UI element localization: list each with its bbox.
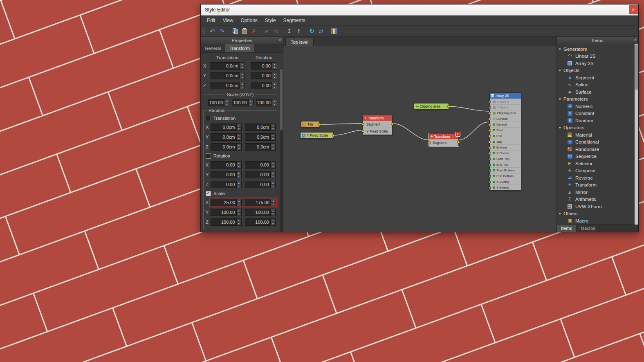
spinner-up-icon[interactable] [237,219,241,223]
collapse-arrow-icon[interactable] [559,68,563,72]
window-titlebar[interactable]: Style Editor × [201,4,638,16]
spinner-down-icon[interactable] [237,137,241,141]
item-randomize[interactable]: Randomize [557,146,634,153]
random-scale-y-max-field[interactable]: 100.00 [245,209,276,216]
item-uvw-xform[interactable]: UVW XForm [557,203,634,210]
random-scale-x-max-field[interactable]: 175.00 [245,199,276,206]
input-port[interactable] [488,163,491,166]
spinner-up-icon[interactable] [272,82,277,86]
rotation-checkbox[interactable] [206,153,211,159]
random-rotation-y-max-field[interactable]: 0.00 [245,171,276,178]
node-transform-2[interactable]: Transform Segment ✗ [429,133,459,146]
tab-macros[interactable]: Macros [577,225,600,232]
spinner-up-icon[interactable] [249,99,253,103]
random-translation-x-max-field[interactable]: 0.0cm [245,124,276,131]
input-port[interactable] [488,146,491,149]
spinner-up-icon[interactable] [271,209,275,213]
node-graph-canvas[interactable]: Tile Y Fixed Scale Transform [283,46,556,232]
tab-items[interactable]: Items [557,225,577,232]
random-translation-y-max-field[interactable]: 0.0cm [245,133,276,141]
output-port[interactable] [457,141,460,144]
item-surface[interactable]: Surface [557,88,634,96]
spinner-up-icon[interactable] [272,63,277,66]
spinner-up-icon[interactable] [237,209,241,213]
spinner-up-icon[interactable] [237,181,241,185]
translation-checkbox[interactable] [206,116,211,121]
properties-scrollbar[interactable] [280,68,283,232]
panel-close-icon[interactable]: × [279,37,281,42]
scale-y-field[interactable]: 100.00 [232,99,253,106]
input-port[interactable] [488,112,491,115]
item-material[interactable]: Material [557,131,634,139]
output-port[interactable] [318,123,321,126]
random-rotation-z-min-field[interactable]: 0.00 [211,181,242,188]
random-scale-z-min-field[interactable]: 100.00 [211,218,242,226]
collapse-arrow-icon[interactable] [559,97,563,101]
input-port[interactable] [361,123,364,126]
menu-style[interactable]: Style [261,18,280,23]
spinner-up-icon[interactable] [237,162,241,165]
spinner-down-icon[interactable] [271,137,275,141]
item-numeric[interactable]: Numeric [557,103,634,110]
spinner-down-icon[interactable] [237,128,241,131]
input-port[interactable] [488,135,491,137]
collapse-arrow-icon[interactable] [559,126,563,130]
tab-transform[interactable]: Transform [225,44,254,52]
unpack-button[interactable]: ↥ [294,27,303,36]
library-button[interactable] [330,27,339,36]
item-array-2s[interactable]: Array 2S [557,60,634,67]
item-compose[interactable]: Compose [557,167,634,175]
input-port[interactable] [488,123,491,126]
spinner-up-icon[interactable] [240,82,245,86]
node-clipping-area[interactable]: Clipping area [414,103,449,110]
output-port[interactable] [332,134,335,137]
menu-view[interactable]: View [219,18,237,23]
spinner-down-icon[interactable] [237,175,241,178]
input-port[interactable] [488,140,491,143]
tab-top-level[interactable]: Top level [285,38,314,46]
transfer-button[interactable]: ⇄ [317,27,325,36]
output-port[interactable] [447,105,450,108]
paste-button[interactable] [240,27,249,36]
node-y-fixed-scale[interactable]: Y Fixed Scale [300,132,334,139]
spinner-down-icon[interactable] [271,165,275,169]
spinner-up-icon[interactable] [272,72,277,76]
spinner-down-icon[interactable] [237,185,241,188]
scrollbar-thumb[interactable] [635,45,638,90]
spinner-up-icon[interactable] [271,219,275,223]
item-linear-1s[interactable]: Linear 1S [557,53,634,60]
input-port[interactable] [488,100,491,103]
scale-z-field[interactable]: 100.00 [256,99,277,106]
spinner-down-icon[interactable] [237,203,241,206]
group-objects[interactable]: Objects [557,67,634,74]
item-macro[interactable]: Macro [557,217,634,224]
spinner-down-icon[interactable] [272,86,277,89]
spinner-up-icon[interactable] [271,199,276,203]
item-arithmetic[interactable]: Arithmetic [557,196,634,203]
group-parameters[interactable]: Parameters [557,96,634,103]
random-scale-y-min-field[interactable]: 100.00 [211,209,242,216]
spinner-down-icon[interactable] [237,213,241,216]
input-port[interactable] [488,169,491,172]
spinner-up-icon[interactable] [271,162,275,165]
menu-options[interactable]: Options [237,18,261,23]
random-translation-x-min-field[interactable]: 0.0cm [211,124,242,131]
toolbar-grip[interactable] [202,27,205,36]
random-scale-x-min-field[interactable]: 25.00 [211,199,242,206]
properties-panel-header[interactable]: Properties × [201,37,283,44]
items-scrollbar[interactable] [635,44,638,225]
group-generators[interactable]: Generators [557,45,634,53]
spinner-up-icon[interactable] [237,124,241,128]
menu-segments[interactable]: Segments [280,18,309,23]
rotation-x-field[interactable]: 0.00 [251,62,277,70]
input-port[interactable] [488,106,491,109]
spinner-down-icon[interactable] [272,103,277,106]
spinner-down-icon[interactable] [240,86,245,89]
discard-button[interactable]: ⊘ [272,27,280,36]
random-translation-z-min-field[interactable]: 0.0cm [211,143,242,151]
item-random[interactable]: Random [557,117,634,124]
item-transform[interactable]: Transform [557,182,634,189]
random-translation-z-max-field[interactable]: 0.0cm [245,143,276,151]
scale-checkbox[interactable] [206,191,211,196]
window-close-button[interactable]: × [629,5,638,14]
